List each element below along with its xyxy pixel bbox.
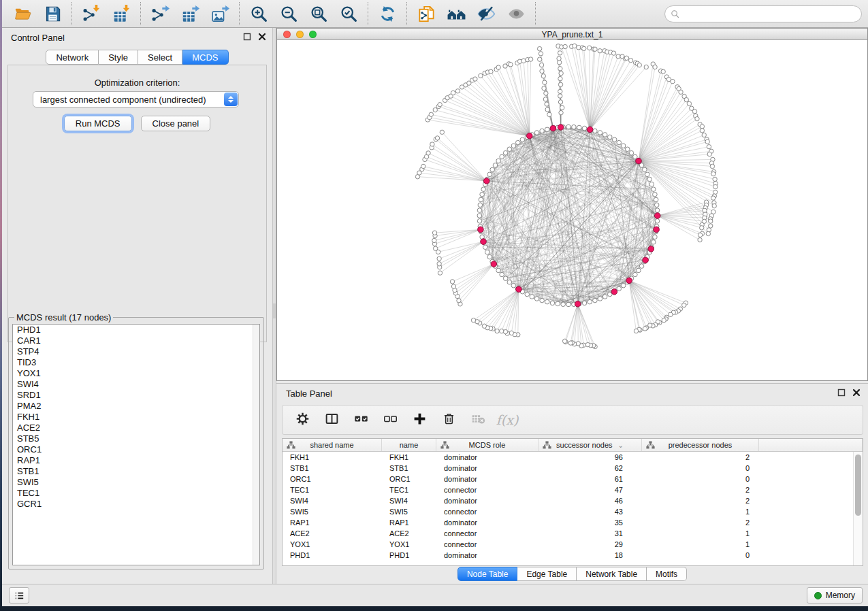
mcds-result-item[interactable]: ACE2	[13, 423, 259, 433]
tab-network[interactable]: Network	[46, 50, 99, 65]
delete-selected-trash-button[interactable]	[440, 411, 457, 429]
column-header-shared-name[interactable]: shared name	[283, 439, 382, 451]
mcds-result-item[interactable]: SWI5	[13, 477, 259, 488]
network-canvas[interactable]	[277, 41, 867, 380]
mcds-result-item[interactable]: PMA2	[13, 401, 259, 412]
table-row[interactable]: SWI4SWI4dominator462	[283, 495, 863, 506]
table-row[interactable]: TEC1TEC1connector472	[283, 484, 863, 495]
cell-name: YOX1	[382, 539, 436, 550]
tab-style[interactable]: Style	[99, 50, 138, 65]
table-header-row: shared namenameMCDS rolesuccessor nodes⌄…	[283, 439, 863, 452]
first-neighbors-button[interactable]	[441, 2, 471, 25]
hide-selected-button[interactable]	[471, 2, 501, 25]
table-scrollbar-thumb[interactable]	[855, 455, 861, 516]
column-header-MCDS-role[interactable]: MCDS role	[436, 439, 539, 451]
new-column-plus-button[interactable]	[411, 411, 428, 429]
control-panel-close-button[interactable]	[257, 33, 267, 42]
zoom-in-button[interactable]	[244, 2, 274, 25]
mcds-result-item[interactable]: TID3	[13, 357, 259, 368]
clone-network-button[interactable]	[411, 2, 441, 25]
cell-shared-name: SWI4	[283, 495, 382, 506]
export-network-button[interactable]	[145, 2, 175, 25]
table-panel-close-button[interactable]	[852, 389, 861, 398]
table-row[interactable]: PHD1PHD1dominator180	[283, 550, 863, 561]
zoom-selected-button[interactable]	[334, 2, 364, 25]
table-row[interactable]: SWI5SWI5connector431	[283, 506, 863, 517]
cell-successor-nodes: 31	[539, 528, 642, 539]
mcds-result-item[interactable]: STP4	[13, 346, 259, 357]
mcds-result-item[interactable]: RAP1	[13, 455, 259, 466]
mcds-result-item[interactable]: SRD1	[13, 390, 259, 401]
column-header-name[interactable]: name	[382, 439, 436, 451]
column-label: MCDS role	[469, 441, 506, 449]
network-view-window: YPA_prune.txt_1	[276, 28, 868, 381]
cell-shared-name: ORC1	[283, 474, 382, 484]
run-mcds-button[interactable]: Run MCDS	[64, 116, 132, 131]
tab-motifs[interactable]: Motifs	[647, 567, 687, 581]
tab-node-table[interactable]: Node Table	[457, 567, 518, 581]
mcds-result-item[interactable]: FKH1	[13, 412, 259, 423]
save-session-button[interactable]	[37, 2, 67, 25]
close-panel-button[interactable]: Close panel	[141, 116, 211, 131]
table-panel: Table Panel f(x) shared namenameMCDS rol…	[276, 383, 868, 584]
mcds-result-item[interactable]: ORC1	[13, 444, 259, 455]
tab-select[interactable]: Select	[138, 50, 182, 65]
deselect-all-checks-button[interactable]	[381, 411, 399, 429]
mcds-result-item[interactable]: SWI4	[13, 379, 259, 390]
show-all-button[interactable]	[501, 2, 531, 25]
list-icon	[14, 590, 25, 601]
cell-name: STB1	[382, 463, 436, 474]
mcds-result-item[interactable]: STB1	[13, 466, 259, 477]
export-image-button[interactable]	[205, 2, 235, 25]
export-table-button[interactable]	[175, 2, 205, 25]
import-table-button[interactable]	[106, 2, 136, 25]
import-network-button[interactable]	[76, 2, 106, 25]
table-row[interactable]: ACE2ACE2connector311	[283, 528, 863, 539]
memory-button[interactable]: Memory	[807, 587, 863, 604]
table-row[interactable]: STB1STB1dominator620	[283, 463, 863, 474]
table-scrollbar[interactable]	[853, 452, 863, 565]
open-file-button[interactable]	[7, 2, 37, 25]
table-row[interactable]: YOX1YOX1connector291	[283, 539, 863, 550]
column-header-predecessor-nodes[interactable]: predecessor nodes	[642, 439, 759, 451]
column-label: shared name	[310, 441, 353, 449]
optimization-criterion-select[interactable]: largest connected component (undirected)	[33, 91, 239, 108]
control-panel-float-button[interactable]	[242, 33, 252, 42]
mcds-result-item[interactable]: STB5	[13, 433, 259, 444]
mcds-result-item[interactable]: GCR1	[13, 499, 259, 510]
zoom-fit-button[interactable]	[304, 2, 334, 25]
cell-name: PHD1	[382, 550, 436, 561]
mcds-result-item[interactable]: CAR1	[13, 335, 259, 346]
cell-predecessor-nodes: 2	[642, 484, 759, 495]
table-panel-float-button[interactable]	[837, 389, 846, 398]
zoom-out-button[interactable]	[274, 2, 304, 25]
cell-shared-name: STB1	[283, 463, 382, 474]
control-panel: Control Panel NetworkStyleSelectMCDS Opt…	[2, 28, 272, 584]
deselect-all-checks-icon	[383, 412, 398, 428]
app-window: Control Panel NetworkStyleSelectMCDS Opt…	[2, 0, 868, 606]
mcds-result-list[interactable]: PHD1CAR1STP4TID3YOX1SWI4SRD1PMA2FKH1ACE2…	[12, 324, 260, 565]
table-row[interactable]: RAP1RAP1dominator352	[283, 517, 863, 528]
splitter-handle[interactable]	[273, 303, 276, 318]
table-options-gear-button[interactable]	[293, 411, 311, 429]
sort-chevron-icon: ⌄	[618, 442, 624, 449]
column-header-successor-nodes[interactable]: successor nodes⌄	[539, 439, 642, 451]
mcds-result-item[interactable]: YOX1	[13, 368, 259, 379]
refresh-view-button[interactable]	[372, 2, 402, 25]
dropdown-stepper-icon	[224, 93, 238, 106]
mcds-result-item[interactable]: PHD1	[13, 325, 259, 335]
select-all-checks-icon	[354, 412, 368, 428]
mcds-result-item[interactable]: TEC1	[13, 488, 259, 499]
tab-network-table[interactable]: Network Table	[577, 567, 647, 581]
search-input[interactable]	[664, 5, 862, 22]
task-history-button[interactable]	[9, 587, 29, 604]
table-row[interactable]: ORC1ORC1dominator610	[283, 474, 863, 484]
tab-edge-table[interactable]: Edge Table	[517, 567, 577, 581]
select-all-checks-button[interactable]	[352, 411, 370, 429]
cell-predecessor-nodes: 0	[642, 550, 759, 561]
tab-mcds[interactable]: MCDS	[182, 50, 228, 65]
cell-MCDS-role: connector	[436, 539, 539, 550]
mcds-list-scrollbar[interactable]	[253, 325, 259, 565]
split-columns-button[interactable]	[323, 411, 340, 429]
table-row[interactable]: FKH1FKH1dominator962	[283, 452, 863, 463]
